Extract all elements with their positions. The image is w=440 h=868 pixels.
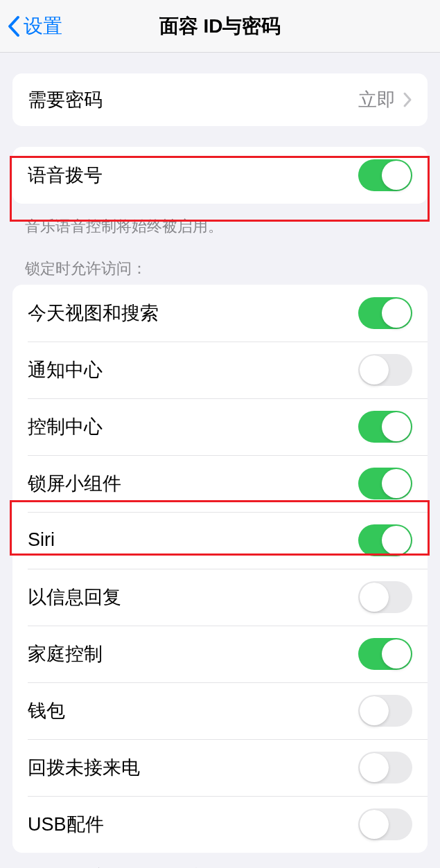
lock-access-toggle[interactable] [358,752,412,783]
toggle-knob [382,469,411,498]
lock-access-label: 锁屏小组件 [28,471,121,496]
require-passcode-value-wrap: 立即 [358,87,412,112]
lock-access-label: 通知中心 [28,357,103,382]
lock-access-toggle[interactable] [358,581,412,613]
require-passcode-value: 立即 [358,87,396,112]
lock-access-row: 通知中心 [12,342,428,398]
lock-access-label: 以信息回复 [28,585,121,610]
toggle-knob [360,355,389,384]
lock-access-footer: iPhone 锁定超过一小时后，需先解锁 iPhone才能允许USB 配件连接。 [0,858,440,868]
lock-access-label: 今天视图和搜索 [28,301,159,326]
voice-dial-toggle[interactable] [358,159,412,191]
lock-access-row: 今天视图和搜索 [12,285,428,342]
lock-access-toggle[interactable] [358,468,412,499]
lock-access-toggle[interactable] [358,524,412,556]
toggle-knob [360,696,389,725]
lock-access-group: 今天视图和搜索通知中心控制中心锁屏小组件Siri以信息回复家庭控制钱包回拨未接来… [12,285,428,853]
toggle-knob [360,810,389,839]
lock-access-label: Siri [28,529,55,551]
lock-access-label: USB配件 [28,812,104,837]
toggle-knob [360,753,389,782]
toggle-knob [382,299,411,328]
passcode-group: 需要密码 立即 [12,73,428,126]
header-bar: 设置 面容 ID与密码 [0,0,440,53]
toggle-knob [382,412,411,441]
require-passcode-label: 需要密码 [28,87,103,112]
lock-access-label: 家庭控制 [28,641,103,666]
lock-access-label: 钱包 [28,698,65,723]
lock-access-row: 以信息回复 [12,569,428,626]
lock-access-toggle[interactable] [358,354,412,386]
lock-access-label: 控制中心 [28,414,103,439]
toggle-knob [382,161,411,190]
lock-access-toggle[interactable] [358,695,412,727]
lock-access-row: 家庭控制 [12,626,428,682]
voice-dial-footer: 音乐语音控制将始终被启用。 [0,209,440,238]
lock-access-label: 回拨未接来电 [28,755,140,780]
voice-dial-row: 语音拨号 [12,147,428,204]
lock-access-row: USB配件 [12,796,428,853]
toggle-knob [382,639,411,668]
lock-access-toggle[interactable] [358,297,412,329]
chevron-left-icon [7,15,21,37]
lock-access-row: Siri [12,512,428,569]
lock-access-row: 回拨未接来电 [12,739,428,796]
lock-access-row: 锁屏小组件 [12,455,428,512]
voice-dial-label: 语音拨号 [28,163,103,188]
lock-access-header: 锁定时允许访问： [0,238,440,285]
back-button[interactable]: 设置 [0,13,62,39]
lock-access-row: 控制中心 [12,398,428,455]
lock-access-row: 钱包 [12,682,428,739]
chevron-right-icon [403,91,412,108]
back-label: 设置 [24,13,62,39]
page-title: 面容 ID与密码 [159,13,281,39]
toggle-knob [360,583,389,612]
require-passcode-row[interactable]: 需要密码 立即 [12,73,428,126]
voice-dial-group: 语音拨号 [12,147,428,204]
lock-access-toggle[interactable] [358,411,412,443]
lock-access-toggle[interactable] [358,808,412,840]
lock-access-toggle[interactable] [358,638,412,670]
toggle-knob [382,526,411,555]
